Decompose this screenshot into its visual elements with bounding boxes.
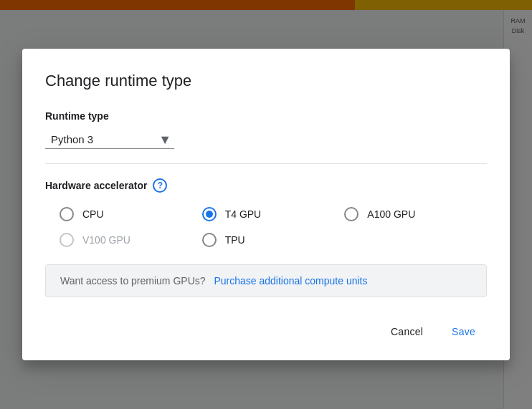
radio-dot-t4gpu <box>206 211 213 218</box>
radio-circle-v100gpu <box>60 233 74 247</box>
info-box: Want access to premium GPUs? Purchase ad… <box>45 264 487 297</box>
radio-label-v100gpu: V100 GPU <box>82 234 130 246</box>
runtime-select-wrapper[interactable]: Python 3 R ▼ <box>45 130 174 149</box>
modal-actions: Cancel Save <box>45 320 487 343</box>
hardware-radio-group: CPU T4 GPU A100 GPU V100 GPU <box>45 207 487 247</box>
radio-circle-tpu <box>202 233 217 247</box>
hw-label-row: Hardware accelerator ? <box>45 178 487 193</box>
purchase-link[interactable]: Purchase additional compute units <box>214 275 367 287</box>
radio-option-tpu[interactable]: TPU <box>202 233 345 247</box>
radio-option-a100gpu[interactable]: A100 GPU <box>344 207 487 221</box>
modal-backdrop: Change runtime type Runtime type Python … <box>0 0 532 409</box>
hardware-label: Hardware accelerator <box>45 180 147 191</box>
radio-circle-a100gpu <box>344 207 358 221</box>
radio-circle-cpu <box>60 207 74 221</box>
radio-label-tpu: TPU <box>225 234 245 246</box>
radio-label-t4gpu: T4 GPU <box>225 208 262 220</box>
cancel-button[interactable]: Cancel <box>379 320 434 343</box>
runtime-type-select[interactable]: Python 3 R <box>45 130 174 149</box>
radio-label-a100gpu: A100 GPU <box>367 208 415 220</box>
radio-option-v100gpu: V100 GPU <box>60 233 202 247</box>
radio-circle-t4gpu <box>202 207 217 221</box>
save-button[interactable]: Save <box>440 320 487 343</box>
info-box-text: Want access to premium GPUs? <box>60 275 206 287</box>
section-divider <box>45 163 487 164</box>
runtime-type-label: Runtime type <box>45 110 487 122</box>
runtime-type-section: Runtime type Python 3 R ▼ <box>45 110 487 152</box>
modal-title: Change runtime type <box>45 72 487 90</box>
help-icon[interactable]: ? <box>153 178 167 193</box>
hardware-section: Hardware accelerator ? CPU T4 GPU <box>45 178 487 247</box>
modal-dialog: Change runtime type Runtime type Python … <box>22 49 510 360</box>
radio-label-cpu: CPU <box>82 208 104 220</box>
radio-option-t4gpu[interactable]: T4 GPU <box>202 207 345 221</box>
radio-option-cpu[interactable]: CPU <box>60 207 202 221</box>
